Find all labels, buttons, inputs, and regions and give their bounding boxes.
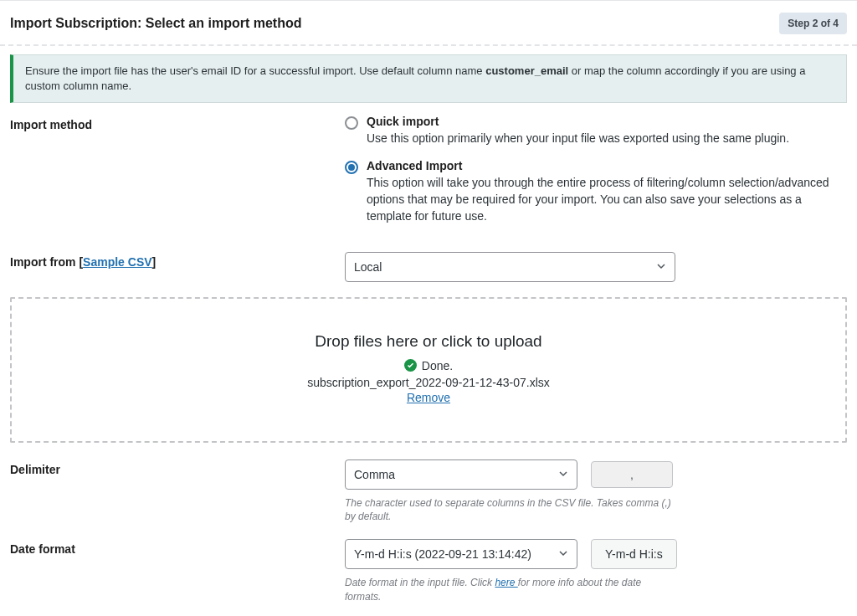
remove-file-link[interactable]: Remove [407, 391, 450, 404]
quick-import-desc: Use this option primarily when your inpu… [367, 130, 789, 146]
date-format-help: Date format in the input file. Click her… [345, 576, 671, 604]
step-badge: Step 2 of 4 [779, 13, 847, 34]
uploaded-filename: subscription_export_2022-09-21-12-43-07.… [28, 376, 829, 389]
advanced-import-title: Advanced Import [367, 159, 847, 172]
file-dropzone[interactable]: Drop files here or click to upload Done.… [10, 297, 847, 443]
radio-unselected-icon [345, 116, 358, 130]
sample-csv-link[interactable]: Sample CSV [83, 255, 151, 269]
check-circle-icon [404, 359, 417, 372]
chevron-down-icon [558, 468, 568, 481]
delimiter-select[interactable]: Comma [345, 459, 577, 490]
dropzone-title: Drop files here or click to upload [28, 332, 829, 351]
chevron-down-icon [656, 260, 666, 274]
date-format-value: Y-m-d H:i:s (2022-09-21 13:14:42) [354, 547, 531, 561]
notice-text-bold: customer_email [485, 64, 568, 77]
notice-text-pre: Ensure the import file has the user's em… [25, 64, 485, 77]
date-format-select[interactable]: Y-m-d H:i:s (2022-09-21 13:14:42) [345, 539, 577, 569]
delimiter-input[interactable]: , [591, 461, 673, 488]
delimiter-value: Comma [354, 468, 395, 481]
page-title: Import Subscription: Select an import me… [10, 16, 301, 31]
chevron-down-icon [558, 547, 568, 561]
info-notice: Ensure the import file has the user's em… [10, 54, 847, 103]
advanced-import-desc: This option will take you through the en… [367, 174, 847, 225]
import-from-value: Local [354, 260, 382, 274]
radio-selected-icon [345, 161, 358, 174]
import-method-label: Import method [10, 115, 345, 131]
delimiter-label: Delimiter [10, 459, 345, 476]
import-from-select[interactable]: Local [345, 252, 675, 282]
delimiter-help: The character used to separate columns i… [345, 496, 671, 525]
import-method-quick[interactable]: Quick import Use this option primarily w… [345, 115, 847, 146]
dropzone-status: Done. [422, 359, 453, 372]
import-method-advanced[interactable]: Advanced Import This option will take yo… [345, 159, 847, 225]
date-format-help-link[interactable]: here [495, 577, 517, 588]
quick-import-title: Quick import [367, 115, 789, 128]
date-format-preview[interactable]: Y-m-d H:i:s [591, 539, 677, 569]
import-from-label: Import from [Sample CSV] [10, 252, 345, 269]
date-format-label: Date format [10, 539, 345, 556]
